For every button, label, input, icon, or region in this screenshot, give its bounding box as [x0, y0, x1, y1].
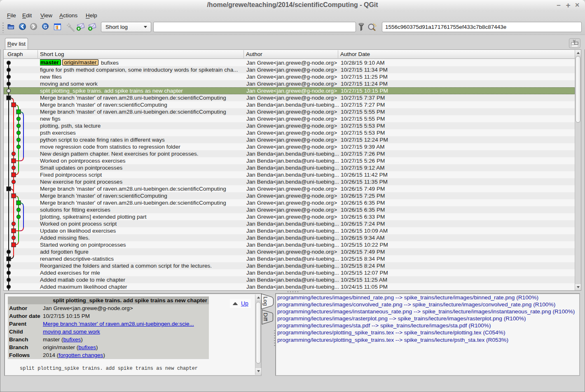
svg-text:Diff: Diff	[262, 313, 269, 321]
svg-text:Log: Log	[262, 296, 269, 306]
svg-text:G: G	[44, 24, 47, 29]
